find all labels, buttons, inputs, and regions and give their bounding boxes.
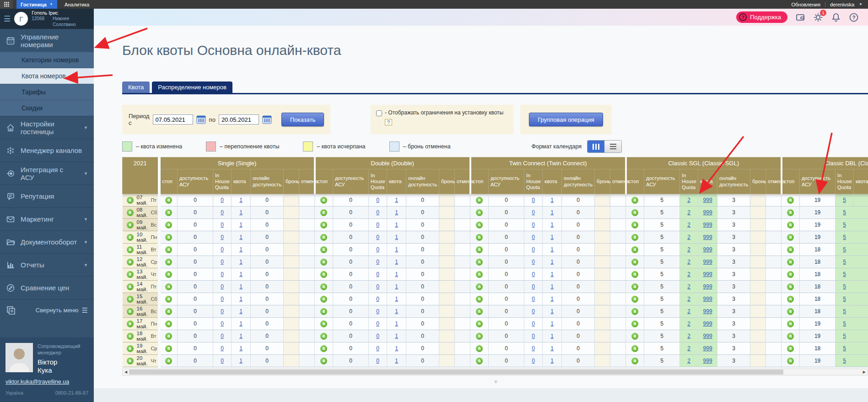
updates-link[interactable]: Обновления <box>792 2 820 7</box>
quota-value-link[interactable]: 1 <box>395 197 398 203</box>
quota-value-link[interactable]: 999 <box>703 345 712 352</box>
sidebar-item-pms-integration[interactable]: Интеграция с АСУ ▼ <box>0 162 94 185</box>
quota-value-link[interactable]: 1 <box>395 333 398 339</box>
sidebar-item-room-quota[interactable]: Квота номеров <box>0 68 94 84</box>
quota-value-link[interactable]: 5 <box>843 222 846 228</box>
quota-value-link[interactable]: 0 <box>221 321 224 327</box>
quota-value-link[interactable]: 1 <box>550 246 554 253</box>
quota-value-link[interactable]: 0 <box>532 321 535 327</box>
show-restrictions-checkbox[interactable] <box>376 110 382 116</box>
quota-value-link[interactable]: 0 <box>221 296 224 302</box>
user-menu[interactable]: derenivska <box>830 2 854 7</box>
quota-value-link[interactable]: 2 <box>687 246 690 253</box>
quota-value-link[interactable]: 2 <box>687 308 690 315</box>
quota-value-link[interactable]: 1 <box>550 209 554 216</box>
quota-value-link[interactable]: 1 <box>395 345 398 352</box>
quota-value-link[interactable]: 2 <box>687 296 690 302</box>
restrictions-help-icon[interactable]: ? <box>385 119 392 125</box>
support-button[interactable]: ? Поддержка <box>736 11 787 23</box>
quota-value-link[interactable]: 1 <box>239 308 243 315</box>
quota-value-link[interactable]: 999 <box>703 308 712 315</box>
quota-value-link[interactable]: 2 <box>687 271 690 277</box>
sidebar-item-room-categories[interactable]: Категории номеров <box>0 52 94 68</box>
format-vertical-button[interactable] <box>588 141 604 152</box>
quota-value-link[interactable]: 0 <box>532 283 535 290</box>
sidebar-item-price-comparison[interactable]: Сравнение цен <box>0 276 94 299</box>
show-button[interactable]: Показать <box>281 113 324 126</box>
quota-value-link[interactable]: 999 <box>703 321 712 327</box>
quota-value-link[interactable]: 0 <box>532 246 535 253</box>
quota-value-link[interactable]: 999 <box>703 222 712 228</box>
quota-value-link[interactable]: 2 <box>687 234 690 240</box>
quota-value-link[interactable]: 0 <box>221 308 224 315</box>
quota-value-link[interactable]: 1 <box>239 222 243 228</box>
tab-quota[interactable]: Квота <box>122 81 150 93</box>
sidebar-item-marketing[interactable]: Маркетинг ▼ <box>0 207 94 230</box>
quota-value-link[interactable]: 0 <box>221 222 224 228</box>
quota-value-link[interactable]: 0 <box>376 222 379 228</box>
sidebar-item-channel-manager[interactable]: Менеджер каналов <box>0 139 94 162</box>
scroll-left-icon[interactable]: ◀ <box>124 370 127 374</box>
quota-value-link[interactable]: 0 <box>376 271 379 277</box>
sidebar-item-room-management[interactable]: Управление номерами <box>0 29 94 52</box>
quota-value-link[interactable]: 1 <box>239 271 243 277</box>
horizontal-scrollbar[interactable]: ◀ ▶ <box>122 369 868 375</box>
quota-value-link[interactable]: 1 <box>239 209 243 216</box>
quota-value-link[interactable]: 1 <box>239 296 243 302</box>
quota-value-link[interactable]: 1 <box>395 209 398 216</box>
quota-value-link[interactable]: 0 <box>221 246 224 253</box>
quota-value-link[interactable]: 0 <box>532 271 535 277</box>
sidebar-item-hotel-settings[interactable]: Настройки гостиницы ▼ <box>0 116 94 139</box>
quota-value-link[interactable]: 0 <box>376 234 379 240</box>
quota-value-link[interactable]: 0 <box>376 209 379 216</box>
quota-value-link[interactable]: 0 <box>532 296 535 302</box>
quota-value-link[interactable]: 1 <box>550 271 554 277</box>
quota-value-link[interactable]: 2 <box>687 283 690 290</box>
quota-value-link[interactable]: 1 <box>550 234 554 240</box>
quota-value-link[interactable]: 1 <box>550 296 554 302</box>
quota-value-link[interactable]: 0 <box>221 234 224 240</box>
calendar-picker-from[interactable] <box>196 115 206 124</box>
quota-value-link[interactable]: 2 <box>687 358 690 364</box>
quota-value-link[interactable]: 999 <box>703 209 712 216</box>
quota-value-link[interactable]: 1 <box>239 321 243 327</box>
quota-value-link[interactable]: 0 <box>221 333 224 339</box>
quota-value-link[interactable]: 1 <box>550 197 554 203</box>
sidebar-item-tariffs[interactable]: Тарифы <box>0 84 94 100</box>
quota-value-link[interactable]: 999 <box>703 283 712 290</box>
quota-value-link[interactable]: 999 <box>703 259 712 265</box>
quota-value-link[interactable]: 0 <box>221 271 224 277</box>
analytics-link[interactable]: Аналитика <box>65 2 89 7</box>
quota-value-link[interactable]: 5 <box>843 246 846 253</box>
quota-value-link[interactable]: 5 <box>843 197 846 203</box>
quota-value-link[interactable]: 999 <box>703 234 712 240</box>
tab-room-distribution[interactable]: Распределение номеров <box>152 81 232 93</box>
quota-value-link[interactable]: 2 <box>687 209 690 216</box>
quota-value-link[interactable]: 0 <box>532 197 535 203</box>
quota-value-link[interactable]: 0 <box>221 358 224 364</box>
quota-value-link[interactable]: 999 <box>703 333 712 339</box>
quota-value-link[interactable]: 0 <box>532 259 535 265</box>
settings-gear-icon[interactable]: 1 <box>813 12 823 22</box>
calendar-picker-to[interactable] <box>262 115 272 124</box>
quota-value-link[interactable]: 2 <box>687 321 690 327</box>
quota-value-link[interactable]: 999 <box>703 271 712 277</box>
quota-value-link[interactable]: 2 <box>687 197 690 203</box>
quota-value-link[interactable]: 5 <box>843 333 846 339</box>
sidebar-item-discounts[interactable]: Скидки <box>0 100 94 116</box>
quota-value-link[interactable]: 0 <box>532 308 535 315</box>
quota-value-link[interactable]: 1 <box>239 234 243 240</box>
sidebar-item-reports[interactable]: Отчеты ▼ <box>0 253 94 276</box>
quota-value-link[interactable]: 5 <box>843 296 846 302</box>
quota-value-link[interactable]: 1 <box>395 358 398 364</box>
quota-value-link[interactable]: 0 <box>376 197 379 203</box>
quota-value-link[interactable]: 1 <box>395 259 398 265</box>
quota-value-link[interactable]: 1 <box>550 345 554 352</box>
quota-value-link[interactable]: 0 <box>376 296 379 302</box>
quota-value-link[interactable]: 0 <box>532 345 535 352</box>
quota-value-link[interactable]: 0 <box>376 283 379 290</box>
quota-value-link[interactable]: 0 <box>532 358 535 364</box>
quota-value-link[interactable]: 1 <box>395 321 398 327</box>
sidebar-item-documents[interactable]: Документооборот ▼ <box>0 230 94 253</box>
bell-icon[interactable] <box>831 12 841 22</box>
